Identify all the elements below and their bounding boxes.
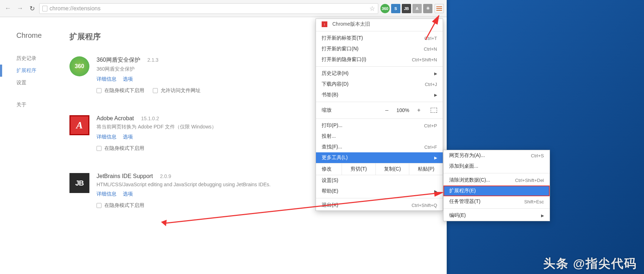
more-tools-submenu: 网页另存为(A)...Ctrl+S 添加到桌面... 清除浏览数据(C)...C… bbox=[443, 150, 550, 221]
menu-new-tab[interactable]: 打开新的标签页(T)Ctrl+T bbox=[316, 33, 443, 44]
menu-bookmarks[interactable]: 书签(B)▶ bbox=[316, 90, 443, 100]
page-icon bbox=[42, 6, 47, 11]
incognito-checkbox[interactable]: 在隐身模式下启用 bbox=[97, 145, 144, 152]
submenu-save-as[interactable]: 网页另存为(A)...Ctrl+S bbox=[443, 150, 550, 161]
extension-logo: A bbox=[69, 115, 89, 135]
extension-logo: 360 bbox=[69, 56, 89, 76]
extension-version: 2.0.9 bbox=[160, 173, 171, 179]
menu-separator bbox=[316, 198, 443, 198]
file-access-checkbox[interactable]: 允许访问文件网址 bbox=[153, 87, 201, 94]
menu-separator bbox=[316, 102, 443, 102]
ext-icon-acrobat[interactable]: A bbox=[412, 4, 422, 13]
extension-name: JetBrains IDE Support bbox=[97, 173, 153, 179]
warning-icon: ↑ bbox=[322, 21, 327, 27]
back-button[interactable]: ← bbox=[3, 4, 13, 14]
extension-version: 2.1.3 bbox=[147, 57, 159, 63]
reload-button[interactable]: ↻ bbox=[27, 4, 37, 14]
incognito-checkbox[interactable]: 在隐身模式下启用 bbox=[97, 87, 144, 94]
submenu-task-manager[interactable]: 任务管理器(T)Shift+Esc bbox=[443, 196, 550, 207]
zoom-in-button[interactable]: + bbox=[414, 107, 424, 113]
sidebar-title: Chrome bbox=[0, 31, 69, 52]
incognito-checkbox[interactable]: 在隐身模式下启用 bbox=[97, 202, 144, 209]
options-link[interactable]: 选项 bbox=[123, 76, 133, 82]
submenu-add-desktop[interactable]: 添加到桌面... bbox=[443, 161, 550, 172]
menu-settings[interactable]: 设置(S) bbox=[316, 175, 443, 186]
menu-help[interactable]: 帮助(E)▶ bbox=[316, 186, 443, 197]
menu-zoom: 缩放 – 100% + bbox=[316, 103, 443, 117]
sidebar: Chrome 历史记录 扩展程序 设置 关于 bbox=[0, 17, 69, 274]
options-link[interactable]: 选项 bbox=[123, 134, 133, 140]
submenu-encoding[interactable]: 编码(E)▶ bbox=[443, 210, 550, 221]
ext-icon-misc[interactable]: ※ bbox=[423, 4, 432, 13]
ext-icon-s[interactable]: S bbox=[391, 4, 400, 13]
sidebar-item-history[interactable]: 历史记录 bbox=[0, 52, 69, 65]
url-input[interactable] bbox=[50, 5, 367, 12]
toolbar: ← → ↻ ☆ 360 S JB A ※ bbox=[0, 0, 447, 17]
menu-separator bbox=[316, 118, 443, 119]
incognito-label: 在隐身模式下启用 bbox=[104, 87, 144, 94]
menu-exit[interactable]: 退出(X)Ctrl+Shift+Q bbox=[316, 200, 443, 210]
zoom-value: 100% bbox=[392, 107, 414, 113]
chevron-right-icon: ▶ bbox=[434, 71, 437, 76]
menu-new-window[interactable]: 打开新的窗口(N)Ctrl+N bbox=[316, 44, 443, 54]
menu-cast[interactable]: 投射... bbox=[316, 131, 443, 142]
menu-downloads[interactable]: 下载内容(D)Ctrl+J bbox=[316, 79, 443, 90]
menu-copy[interactable]: 复制(C) bbox=[376, 163, 410, 175]
sidebar-item-settings[interactable]: 设置 bbox=[0, 77, 69, 89]
zoom-label: 缩放 bbox=[322, 107, 332, 113]
menu-find[interactable]: 查找(F)...Ctrl+F bbox=[316, 142, 443, 152]
checkbox-icon bbox=[97, 88, 102, 93]
menu-edit-row: 修改 剪切(T) 复制(C) 粘贴(P) bbox=[316, 163, 443, 175]
checkbox-icon bbox=[153, 88, 158, 93]
details-link[interactable]: 详细信息 bbox=[97, 76, 116, 82]
extension-name: 360网盾安全保护 bbox=[97, 56, 140, 64]
omnibox[interactable]: ☆ bbox=[39, 3, 378, 14]
chrome-menu-button[interactable] bbox=[435, 4, 444, 13]
edit-label: 修改 bbox=[316, 163, 342, 175]
checkbox-icon bbox=[97, 146, 102, 151]
menu-print[interactable]: 打印(P)...Ctrl+P bbox=[316, 120, 443, 131]
bookmark-star-icon[interactable]: ☆ bbox=[369, 5, 375, 12]
menu-new-incognito[interactable]: 打开新的隐身窗口(I)Ctrl+Shift+N bbox=[316, 54, 443, 65]
sidebar-item-about[interactable]: 关于 bbox=[0, 99, 69, 111]
chevron-right-icon: ▶ bbox=[434, 93, 437, 97]
sidebar-item-extensions[interactable]: 扩展程序 bbox=[0, 65, 69, 77]
chevron-right-icon: ▶ bbox=[541, 213, 544, 218]
submenu-extensions[interactable]: 扩展程序(E) bbox=[443, 186, 550, 196]
details-link[interactable]: 详细信息 bbox=[97, 134, 116, 140]
menu-separator bbox=[316, 66, 443, 67]
menu-version-warning[interactable]: ↑ Chrome版本太旧 bbox=[316, 19, 443, 30]
fullscreen-icon[interactable] bbox=[431, 108, 437, 113]
menu-more-tools[interactable]: 更多工具(L)▶ bbox=[316, 152, 443, 163]
options-link[interactable]: 选项 bbox=[123, 191, 133, 197]
menu-separator bbox=[443, 208, 550, 209]
menu-separator bbox=[443, 173, 550, 173]
ext-icon-jb[interactable]: JB bbox=[402, 4, 411, 13]
extension-version: 15.1.0.2 bbox=[141, 116, 159, 121]
watermark: 头条 @指尖代码 bbox=[543, 255, 637, 272]
extension-name: Adobe Acrobat bbox=[97, 115, 134, 122]
zoom-out-button[interactable]: – bbox=[381, 107, 392, 113]
incognito-label: 在隐身模式下启用 bbox=[104, 145, 144, 152]
incognito-label: 在隐身模式下启用 bbox=[104, 202, 144, 209]
chrome-menu: ↑ Chrome版本太旧 打开新的标签页(T)Ctrl+T 打开新的窗口(N)C… bbox=[316, 19, 443, 211]
details-link[interactable]: 详细信息 bbox=[97, 191, 116, 197]
file-access-label: 允许访问文件网址 bbox=[161, 87, 201, 94]
checkbox-icon bbox=[97, 203, 102, 208]
submenu-clear-data[interactable]: 清除浏览数据(C)...Ctrl+Shift+Del bbox=[443, 175, 550, 186]
ext-icon-360[interactable]: 360 bbox=[380, 4, 390, 13]
chevron-right-icon: ▶ bbox=[434, 189, 437, 194]
menu-history[interactable]: 历史记录(H)▶ bbox=[316, 68, 443, 79]
extension-icons: 360 S JB A ※ bbox=[380, 4, 432, 13]
extension-logo: JB bbox=[69, 173, 89, 193]
chevron-right-icon: ▶ bbox=[434, 156, 437, 160]
menu-paste[interactable]: 粘贴(P) bbox=[409, 163, 443, 175]
menu-cut[interactable]: 剪切(T) bbox=[342, 163, 376, 175]
menu-separator bbox=[316, 31, 443, 31]
warning-label: Chrome版本太旧 bbox=[332, 21, 370, 27]
forward-button[interactable]: → bbox=[15, 4, 25, 14]
